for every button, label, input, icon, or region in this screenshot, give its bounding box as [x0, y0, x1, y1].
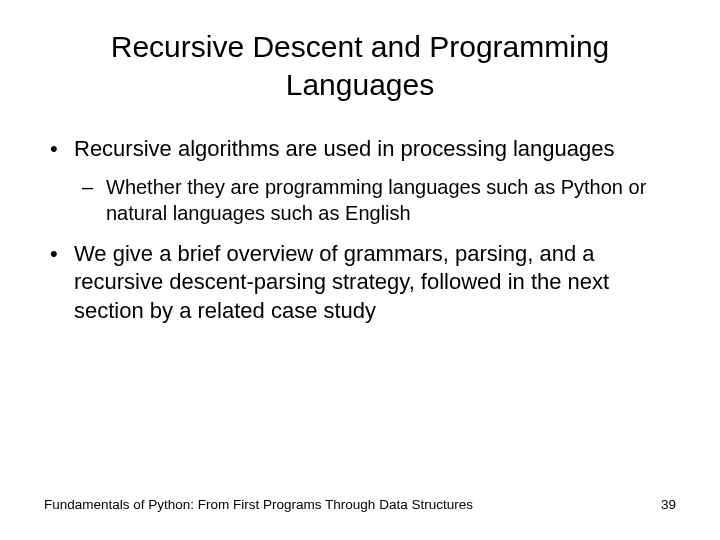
slide-title: Recursive Descent and Programming Langua… [20, 28, 700, 103]
sub-bullet-list: Whether they are programming languages s… [74, 174, 676, 226]
bullet-list: Recursive algorithms are used in process… [44, 135, 676, 325]
footer-source: Fundamentals of Python: From First Progr… [44, 497, 473, 512]
slide-footer: Fundamentals of Python: From First Progr… [44, 497, 676, 512]
bullet-item: We give a brief overview of grammars, pa… [44, 240, 676, 326]
bullet-item: Recursive algorithms are used in process… [44, 135, 676, 226]
footer-page-number: 39 [661, 497, 676, 512]
bullet-text: We give a brief overview of grammars, pa… [74, 241, 609, 323]
sub-bullet-text: Whether they are programming languages s… [106, 176, 646, 224]
slide-content: Recursive algorithms are used in process… [20, 135, 700, 325]
bullet-text: Recursive algorithms are used in process… [74, 136, 615, 161]
sub-bullet-item: Whether they are programming languages s… [74, 174, 676, 226]
